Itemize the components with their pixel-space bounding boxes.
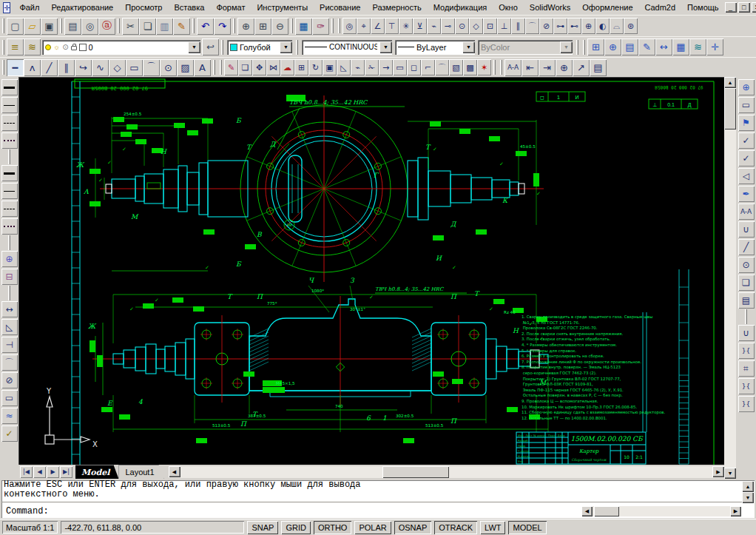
vertical-scrollbar[interactable]: ▲ ▼ (724, 77, 736, 479)
command-h-track[interactable] (593, 506, 730, 517)
command-history[interactable]: Нажмите ESC или ENTER для выхода, или пр… (1, 480, 755, 518)
stretch-tool-button[interactable]: ⌁ (351, 59, 365, 75)
stretch-view-button[interactable]: ↔ (655, 38, 672, 55)
rotate-tool-button[interactable]: ↻ (308, 59, 323, 75)
snap-center2-button[interactable]: ⊕ (581, 18, 595, 34)
dimension-edit-button[interactable]: ✓ (1, 425, 18, 442)
align-tool-button[interactable]: ▧ (449, 59, 463, 75)
viewport-dialog-button[interactable]: ⊞ (587, 38, 604, 55)
toolbar-grip[interactable] (296, 40, 298, 55)
minimize-button[interactable]: _ (725, 2, 737, 13)
pan-object-button[interactable]: ⊕ (604, 38, 621, 55)
command-scroll-right-button[interactable]: ▶ (730, 506, 741, 517)
toolbar-grip[interactable] (291, 18, 293, 33)
layer-combo[interactable]: ☼ ⊙ 0 ▼ (42, 40, 200, 55)
scroll-right-button[interactable]: ▶ (712, 466, 724, 477)
explode-tool-button[interactable]: ✶ (477, 59, 491, 75)
redo-button[interactable]: ↷ (214, 18, 231, 35)
menu-9[interactable]: Модификация (428, 1, 493, 13)
print-preview-button[interactable]: ◎ (81, 18, 98, 35)
welding-symbol-button[interactable]: ✒ (738, 186, 755, 202)
command-h-scrollbar[interactable]: ◀ ▶ (581, 506, 741, 517)
snap-apparent-nearest-button[interactable]: ⊷ (567, 18, 581, 34)
toolbar-grip[interactable] (331, 18, 334, 33)
toolbar-grip[interactable] (221, 40, 223, 55)
zoom-window-button[interactable]: ⊞ (254, 18, 271, 35)
text-tool-button[interactable]: A (194, 59, 211, 76)
linetype-dashdot-button[interactable] (1, 132, 18, 149)
menu-6[interactable]: Инструменты (251, 1, 314, 13)
scale-panel[interactable]: Масштаб 1:1 (2, 521, 58, 534)
dim-continue-button[interactable]: ⇥ (539, 59, 556, 76)
revcloud-tool-button[interactable]: ☁ (280, 59, 294, 75)
lineweight-thin2-button[interactable] (1, 183, 18, 199)
snap-half-button[interactable]: ◐ (595, 18, 610, 34)
osnap-settings-button[interactable]: ⊛ (624, 18, 638, 34)
copy-tool-button[interactable]: ❏ (238, 59, 252, 75)
dim-style-button[interactable]: A-A (504, 59, 522, 76)
command-v-scrollbar[interactable]: ▲ ▼ (742, 481, 754, 503)
toolbar-grip[interactable] (118, 18, 120, 33)
dim-baseline-button[interactable]: ⇤ (522, 59, 539, 76)
snap-insertion-button[interactable]: ⊡ (483, 18, 497, 34)
toolbar-grip[interactable] (213, 60, 215, 75)
toggle-otrack[interactable]: OTRACK (434, 521, 477, 534)
tab-layout1[interactable]: Layout1 (118, 465, 163, 479)
toggle-polar[interactable]: POLAR (354, 521, 391, 534)
table-style-button[interactable]: ▦ (672, 38, 689, 55)
layer-freeze-icon[interactable]: ☼ (53, 43, 60, 51)
taper-symbol-button[interactable]: ◁ (738, 168, 755, 184)
v-scroll-track[interactable] (724, 129, 736, 468)
h-scroll-thumb[interactable] (382, 466, 449, 478)
tab-nav-3-button[interactable]: ▶ (47, 466, 59, 478)
leader-button[interactable]: ↗ (573, 59, 590, 76)
coordinates-panel[interactable]: -422.70, 611.88, 0.00 (61, 521, 244, 534)
scroll-up-button[interactable]: ▲ (724, 77, 736, 88)
flag-note-button[interactable]: ⚑ (738, 115, 755, 131)
line-tool-button[interactable]: ╱ (41, 59, 58, 76)
match-properties-button[interactable]: ✎ (173, 18, 190, 35)
menu-4[interactable]: Вставка (168, 1, 210, 13)
spring-symbol-4-button[interactable]: }{ (738, 396, 755, 412)
center-target-button[interactable]: ⊕ (738, 79, 755, 95)
toolbar-grip[interactable] (8, 235, 10, 250)
menu-13[interactable]: Cadm2d (639, 1, 682, 13)
layer-states-button[interactable]: ≋ (24, 38, 41, 55)
break-symbol-button[interactable]: ∪ (738, 325, 755, 341)
toolbar-grip[interactable] (338, 18, 340, 33)
revision-line-tool-button[interactable]: ↪ (75, 59, 92, 76)
toolbar-grip[interactable] (500, 60, 502, 75)
pipe-cross-button[interactable]: ✛ (706, 38, 723, 55)
toggle-ortho[interactable]: ORTHO (314, 521, 352, 534)
toolbar-grip[interactable] (2, 60, 4, 75)
menu-2[interactable]: Редактирование (45, 1, 119, 13)
toolbar-grip[interactable] (8, 286, 10, 300)
snap-tangent-button[interactable]: ⌒ (525, 18, 539, 34)
zoom-realtime-button[interactable]: ⊕ (237, 18, 254, 35)
erase-tool-button[interactable]: ✎ (224, 59, 238, 75)
toolbar-grip[interactable] (493, 60, 496, 75)
snap-deferred-tangent-button[interactable]: ⊘ (539, 18, 553, 34)
break-tool-button[interactable]: ▭ (393, 59, 407, 75)
ruler-button[interactable]: ▭ (738, 97, 755, 113)
menu-1[interactable]: Файл (13, 1, 45, 13)
trim-tool-button[interactable]: ✁ (365, 59, 379, 75)
snap-extension-button[interactable]: ⌁ (427, 18, 441, 34)
sheet-table-button[interactable]: ▤ (738, 292, 755, 309)
command-scroll-up-button[interactable]: ▲ (742, 481, 754, 492)
linetype-dashed2-button[interactable] (1, 201, 18, 217)
toggle-grid[interactable]: GRID (281, 521, 311, 534)
polyline-tool-button[interactable]: ━ (7, 59, 24, 76)
multiline-tool-button[interactable]: ʌ (24, 59, 41, 76)
quick-dimension-button[interactable]: ▭ (1, 390, 18, 406)
toolbar-grip[interactable] (2, 40, 4, 55)
undo-button[interactable]: ↶ (197, 18, 214, 35)
diameter-dimension-button[interactable]: ⊘ (1, 372, 18, 388)
tab-nav-1-button[interactable]: |◀ (20, 466, 33, 478)
angular-dimension-button[interactable]: ◺ (1, 319, 18, 335)
menu-8[interactable]: Размерность (366, 1, 427, 13)
spell-check-button[interactable]: ⓐ (98, 18, 115, 35)
toolbar-grip[interactable] (233, 18, 235, 33)
hatch-tool-button[interactable]: ▨ (177, 59, 194, 76)
command-h-thumb[interactable] (594, 506, 619, 517)
